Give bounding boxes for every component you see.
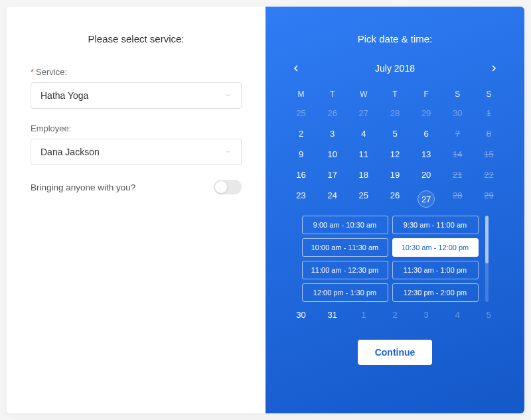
calendar-day[interactable]: 17 xyxy=(317,165,348,185)
calendar-day[interactable]: 20 xyxy=(411,165,442,185)
employee-select-value: Dana Jackson xyxy=(40,147,100,157)
calendar-dow: W xyxy=(348,86,379,103)
continue-button[interactable]: Continue xyxy=(358,340,433,365)
calendar-day[interactable]: 27 xyxy=(411,185,442,213)
calendar-week-row: 2526272829301 xyxy=(285,103,504,123)
chevron-left-icon xyxy=(291,63,301,74)
timeslot[interactable]: 11:00 am - 12:30 pm xyxy=(302,261,388,279)
bringing-anyone-label: Bringing anyone with you? xyxy=(31,182,135,192)
service-select[interactable]: Hatha Yoga xyxy=(31,82,242,109)
timeslot-grid: 9:00 am - 10:30 am9:30 am - 11:00 am10:0… xyxy=(302,216,479,302)
calendar-day: 8 xyxy=(473,123,504,144)
calendar-dow: S xyxy=(442,86,473,103)
service-field-label: *Service: xyxy=(31,67,242,77)
service-panel-title: Please select service: xyxy=(31,33,242,44)
month-label: July 2018 xyxy=(375,63,415,74)
toggle-knob-icon xyxy=(215,181,227,193)
calendar-day: 7 xyxy=(442,123,473,144)
calendar-day: 1 xyxy=(473,103,504,123)
scroll-thumb-icon xyxy=(485,216,489,263)
calendar-dow: S xyxy=(473,86,504,103)
calendar-dow-row: MTWTFSS xyxy=(285,86,504,103)
calendar-day[interactable]: 26 xyxy=(379,185,410,213)
calendar-day: 5 xyxy=(473,305,504,325)
calendar-day[interactable]: 18 xyxy=(348,165,379,185)
calendar-day: 4 xyxy=(442,305,473,325)
calendar-day: 27 xyxy=(348,103,379,123)
calendar-day[interactable]: 23 xyxy=(285,185,317,213)
calendar-day[interactable]: 16 xyxy=(285,165,317,185)
calendar-day[interactable]: 9 xyxy=(285,144,317,165)
timeslot-area: 9:00 am - 10:30 am9:30 am - 11:00 am10:0… xyxy=(285,216,504,302)
calendar-day[interactable]: 3 xyxy=(317,123,348,144)
calendar-day: 29 xyxy=(473,185,504,213)
calendar-day: 21 xyxy=(442,165,473,185)
calendar-day: 22 xyxy=(473,165,504,185)
calendar-dow: T xyxy=(379,86,410,103)
chevron-right-icon xyxy=(489,63,499,74)
calendar-day: 3 xyxy=(411,305,442,325)
calendar-day: 26 xyxy=(317,103,348,123)
calendar-week-row: 2345678 xyxy=(285,123,504,144)
timeslot[interactable]: 10:00 am - 11:30 am xyxy=(302,238,388,257)
calendar-day[interactable]: 5 xyxy=(379,123,410,144)
calendar-day[interactable]: 25 xyxy=(348,185,379,213)
next-month-button[interactable] xyxy=(486,60,502,76)
calendar: MTWTFSS 25262728293012345678910111213141… xyxy=(285,86,504,325)
timeslot-scrollbar[interactable] xyxy=(485,216,489,302)
chevron-down-icon xyxy=(224,90,232,101)
required-star-icon: * xyxy=(31,67,34,77)
calendar-week-row: 23242526272829 xyxy=(285,185,504,213)
prev-month-button[interactable] xyxy=(288,60,304,76)
timeslot[interactable]: 11:30 am - 1:00 pm xyxy=(392,261,479,279)
service-select-value: Hatha Yoga xyxy=(40,90,88,101)
timeslot[interactable]: 10:30 am - 12:00 pm xyxy=(392,238,479,257)
calendar-day[interactable]: 2 xyxy=(285,123,317,144)
calendar-dow: F xyxy=(411,86,442,103)
datetime-panel-title: Pick date & time: xyxy=(358,33,433,44)
booking-card: Please select service: *Service: Hatha Y… xyxy=(7,7,524,413)
employee-field-label: Employee: xyxy=(31,123,242,133)
calendar-day[interactable]: 12 xyxy=(379,144,410,165)
calendar-day: 25 xyxy=(285,103,317,123)
calendar-day: 15 xyxy=(473,144,504,165)
calendar-day[interactable]: 10 xyxy=(317,144,348,165)
datetime-panel: Pick date & time: July 2018 MTWTFSS 2526… xyxy=(266,7,524,413)
timeslot[interactable]: 12:00 pm - 1:30 pm xyxy=(302,283,388,302)
calendar-day: 1 xyxy=(348,305,379,325)
timeslot[interactable]: 9:00 am - 10:30 am xyxy=(302,216,388,234)
calendar-day: 30 xyxy=(442,103,473,123)
calendar-day[interactable]: 19 xyxy=(379,165,410,185)
calendar-day[interactable]: 24 xyxy=(317,185,348,213)
calendar-day[interactable]: 31 xyxy=(317,305,348,325)
calendar-day: 28 xyxy=(379,103,410,123)
calendar-day: 14 xyxy=(442,144,473,165)
calendar-week-row: 303112345 xyxy=(285,305,504,325)
timeslot[interactable]: 12:30 pm - 2:00 pm xyxy=(392,283,479,302)
service-panel: Please select service: *Service: Hatha Y… xyxy=(7,7,266,413)
calendar-week-row: 16171819202122 xyxy=(285,165,504,185)
chevron-down-icon xyxy=(224,147,232,157)
bringing-anyone-toggle[interactable] xyxy=(214,180,242,194)
calendar-day[interactable]: 30 xyxy=(285,305,317,325)
calendar-dow: T xyxy=(317,86,348,103)
calendar-day[interactable]: 6 xyxy=(411,123,442,144)
calendar-day[interactable]: 11 xyxy=(348,144,379,165)
calendar-week-row: 9101112131415 xyxy=(285,144,504,165)
calendar-day: 2 xyxy=(379,305,410,325)
calendar-dow: M xyxy=(285,86,317,103)
calendar-day[interactable]: 4 xyxy=(348,123,379,144)
employee-select[interactable]: Dana Jackson xyxy=(31,139,242,165)
calendar-day: 28 xyxy=(442,185,473,213)
calendar-day: 29 xyxy=(411,103,442,123)
calendar-day[interactable]: 13 xyxy=(411,144,442,165)
timeslot[interactable]: 9:30 am - 11:00 am xyxy=(392,216,479,234)
bringing-anyone-row: Bringing anyone with you? xyxy=(31,180,242,194)
month-nav: July 2018 xyxy=(285,60,504,76)
